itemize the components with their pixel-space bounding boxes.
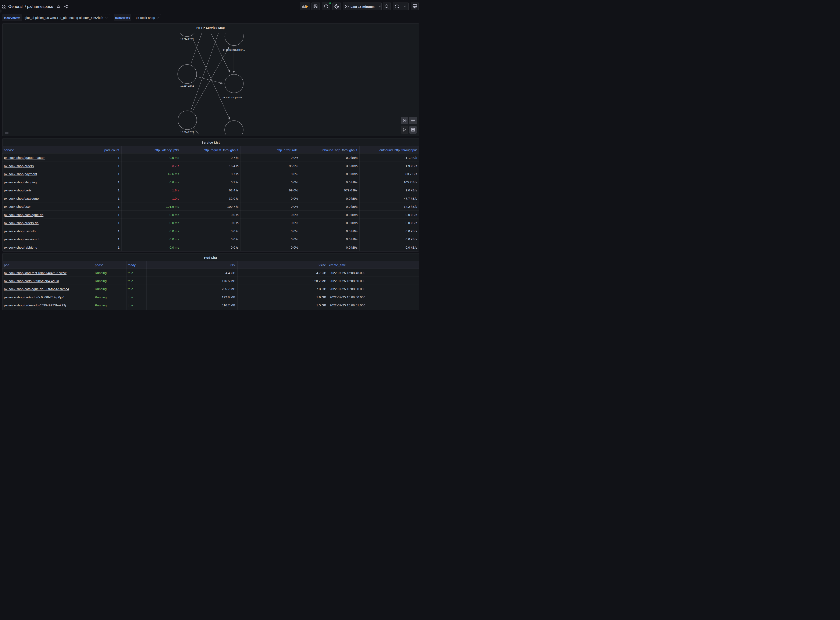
svg-text:px-sock-shop/carts-…: px-sock-shop/carts-… <box>223 96 245 99</box>
svg-text:px-sock-shop/order…: px-sock-shop/order… <box>223 48 245 51</box>
svg-text:10.214.226.1: 10.214.226.1 <box>180 38 194 41</box>
svg-text:10.214.225.1: 10.214.225.1 <box>181 131 194 133</box>
svg-text:10.214.224.1: 10.214.224.1 <box>180 84 194 87</box>
